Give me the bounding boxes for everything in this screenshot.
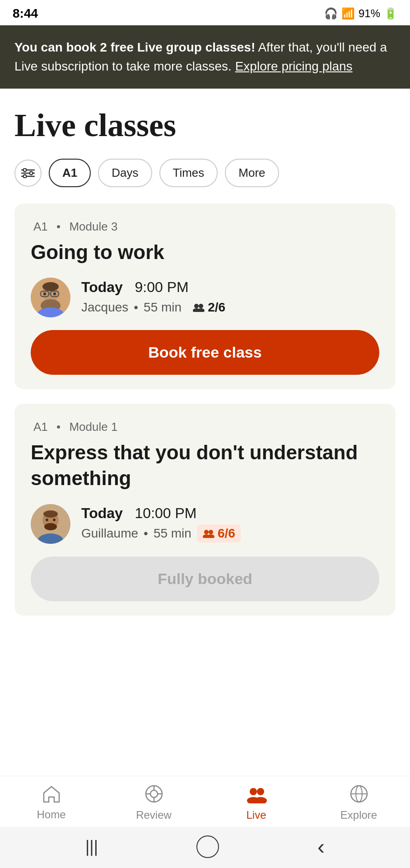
live-icon [245, 784, 268, 806]
banner-bold-text: You can book 2 free Live group classes! [14, 40, 255, 54]
promo-banner: You can book 2 free Live group classes! … [0, 25, 410, 89]
card-2-teacher-row: Today 10:00 PM Guillaume • 55 min [31, 504, 379, 544]
status-time: 8:44 [13, 6, 38, 21]
card-1-teacher-avatar [31, 278, 70, 317]
card-2-title: Express that you don't understand someth… [31, 439, 379, 491]
filter-a1-button[interactable]: A1 [49, 159, 91, 187]
svg-point-4 [30, 171, 33, 175]
settings-icon [21, 168, 35, 178]
filter-settings-button[interactable] [14, 160, 42, 187]
review-svg-icon [144, 784, 163, 803]
svg-point-28 [209, 530, 213, 534]
pricing-link[interactable]: Explore pricing plans [235, 59, 353, 73]
main-content: Live classes A1 Days Times More A1 • Mod… [0, 89, 410, 616]
card-2-meta: A1 • Module 1 [31, 420, 379, 434]
page-title: Live classes [14, 107, 396, 144]
card-1-teacher-info: Today 9:00 PM Jacques • 55 min [81, 279, 231, 316]
svg-point-17 [199, 304, 203, 308]
system-nav-bar: ||| ‹ [0, 827, 410, 868]
card-2-clock: 10:00 PM [135, 505, 197, 521]
bluetooth-icon: 🎧 [324, 7, 338, 20]
explore-svg-icon [349, 784, 368, 803]
people-icon-1 [192, 303, 205, 312]
svg-point-3 [23, 168, 27, 171]
filter-times-button[interactable]: Times [159, 159, 218, 187]
explore-icon [349, 784, 368, 806]
system-back-button[interactable]: ‹ [317, 834, 325, 859]
card-1-book-button[interactable]: Book free class [31, 330, 379, 375]
svg-point-27 [204, 530, 209, 534]
svg-point-25 [44, 523, 57, 530]
card-1-meta: A1 • Module 3 [31, 220, 379, 234]
card-1-teacher-row: Today 9:00 PM Jacques • 55 min [31, 278, 379, 317]
card-2-details: Guillaume • 55 min 6/6 [81, 524, 241, 542]
svg-point-16 [194, 304, 199, 308]
card-2-teacher-info: Today 10:00 PM Guillaume • 55 min [81, 505, 241, 542]
guillaume-avatar-svg [31, 504, 70, 544]
card-1-duration: 55 min [144, 300, 182, 315]
status-icons: 🎧 📶 91% 🔋 [324, 7, 397, 20]
jacques-avatar-svg [31, 278, 70, 317]
nav-item-home[interactable]: Home [24, 785, 79, 821]
nav-label-home: Home [37, 808, 65, 821]
home-svg-icon [42, 785, 61, 803]
card-1-time: Today 9:00 PM [81, 279, 231, 296]
class-card-2: A1 • Module 1 Express that you don't und… [14, 404, 396, 615]
class-card-1: A1 • Module 3 Going to work [14, 203, 396, 389]
card-1-details: Jacques • 55 min 2/6 [81, 298, 231, 316]
card-1-day: Today [81, 279, 123, 295]
battery-icon: 🔋 [384, 7, 397, 20]
people-icon-2 [202, 529, 215, 538]
nav-label-live: Live [246, 809, 266, 821]
svg-point-32 [150, 790, 158, 797]
nav-item-live[interactable]: Live [229, 784, 284, 821]
svg-point-11 [43, 292, 46, 295]
filter-bar: A1 Days Times More [14, 159, 396, 187]
card-2-duration: 55 min [154, 526, 191, 541]
svg-point-22 [43, 510, 58, 518]
review-icon [144, 784, 163, 806]
bottom-nav: Home Review [0, 776, 410, 827]
svg-point-37 [250, 788, 257, 795]
card-2-module: Module 1 [69, 420, 117, 434]
nav-item-explore[interactable]: Explore [332, 784, 386, 821]
battery-text: 91% [359, 7, 380, 20]
nav-label-explore: Explore [340, 809, 377, 821]
bottom-nav-wrapper: Home Review [0, 776, 410, 868]
card-1-spots: 2/6 [187, 298, 231, 316]
nav-label-review: Review [136, 809, 172, 821]
svg-point-23 [46, 519, 48, 521]
svg-point-5 [23, 175, 27, 178]
card-2-time: Today 10:00 PM [81, 505, 241, 522]
svg-point-24 [53, 519, 56, 521]
nav-item-review[interactable]: Review [127, 784, 181, 821]
card-1-teacher-name: Jacques [81, 300, 128, 315]
card-1-module: Module 3 [69, 220, 117, 233]
svg-point-38 [257, 788, 264, 795]
system-home-button[interactable] [196, 835, 219, 858]
system-recent-button[interactable]: ||| [85, 837, 98, 856]
svg-point-12 [53, 292, 56, 295]
card-2-spots: 6/6 [197, 524, 241, 542]
home-icon [42, 785, 61, 806]
signal-icon: 📶 [341, 7, 355, 20]
card-2-teacher-name: Guillaume [81, 526, 138, 541]
card-2-fully-booked-button: Fully booked [31, 557, 379, 601]
card-2-level: A1 [33, 420, 48, 434]
filter-days-button[interactable]: Days [98, 159, 152, 187]
card-1-level: A1 [33, 220, 48, 233]
live-svg-icon [245, 784, 268, 803]
card-2-day: Today [81, 505, 123, 521]
status-bar: 8:44 🎧 📶 91% 🔋 [0, 0, 410, 25]
filter-more-button[interactable]: More [225, 159, 279, 187]
svg-point-14 [42, 282, 59, 291]
card-1-title: Going to work [31, 239, 379, 265]
card-2-teacher-avatar [31, 504, 70, 544]
card-1-clock: 9:00 PM [135, 279, 189, 295]
